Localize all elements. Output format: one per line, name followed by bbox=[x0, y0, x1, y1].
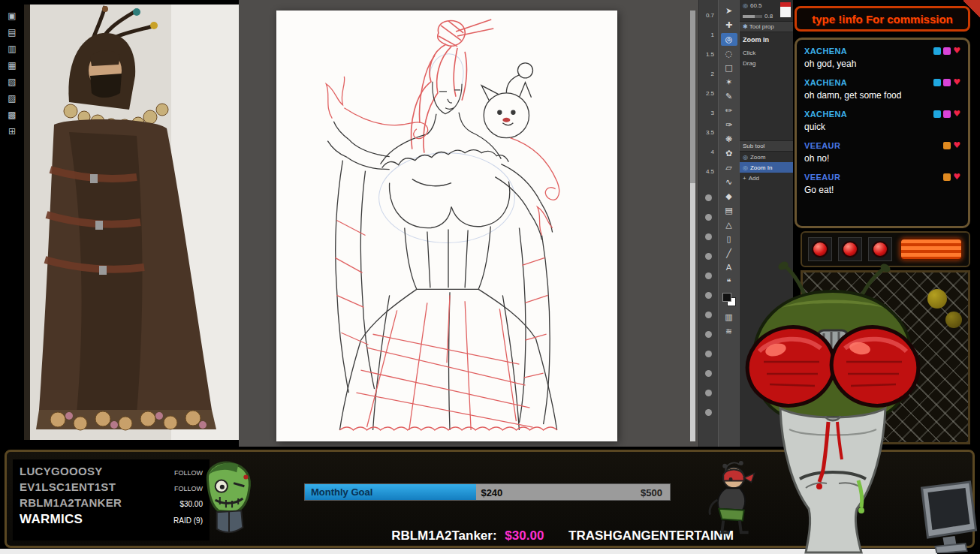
drawing-canvas[interactable] bbox=[276, 11, 617, 441]
pencil-tool-icon[interactable]: ✏ bbox=[721, 104, 737, 117]
foreground-color[interactable] bbox=[722, 293, 731, 302]
zombie-avatar bbox=[198, 457, 260, 543]
badge-pink-icon bbox=[943, 79, 951, 86]
chat-message: XACHENA ♥ quick bbox=[804, 110, 960, 132]
brush-size-item[interactable]: 1 bbox=[699, 26, 718, 45]
chat-message: XACHENA ♥ oh god, yeah bbox=[804, 47, 960, 69]
commission-banner: type !info For commission bbox=[795, 6, 970, 32]
brush-size-dot[interactable] bbox=[705, 253, 712, 260]
red-button[interactable] bbox=[842, 241, 858, 257]
brush-size-dot[interactable] bbox=[705, 351, 712, 357]
subtool-selected[interactable]: ◎Zoom In bbox=[740, 162, 793, 173]
tool-prop-header: Tool prop bbox=[749, 23, 774, 30]
move-tool-icon[interactable]: ✚ bbox=[721, 19, 737, 32]
yellow-ball bbox=[945, 312, 962, 328]
auto-select-tool-icon[interactable]: ✶ bbox=[721, 76, 737, 89]
airbrush-tool-icon[interactable]: ❋ bbox=[721, 133, 737, 146]
fly-mascot bbox=[736, 261, 930, 554]
orange-button[interactable] bbox=[900, 238, 963, 260]
brush-size-dot[interactable] bbox=[705, 370, 712, 377]
badge-blue-icon bbox=[933, 79, 941, 86]
chat-box[interactable]: XACHENA ♥ oh god, yeah XACHENA ♥ oh damn… bbox=[795, 38, 970, 228]
brush-size-dot[interactable] bbox=[705, 390, 712, 396]
brush-size-dot[interactable] bbox=[705, 292, 712, 299]
gradient-tool-icon[interactable]: ▤ bbox=[721, 204, 737, 217]
color-swatch[interactable] bbox=[722, 293, 736, 306]
eraser-tool-icon[interactable]: ▱ bbox=[721, 161, 737, 174]
workspace-panel-icon[interactable]: ▦ bbox=[5, 59, 20, 72]
material-panel-icon[interactable]: ▥ bbox=[721, 311, 737, 324]
tool-option-drag: Drag bbox=[740, 58, 793, 68]
badge-blue-icon bbox=[933, 47, 941, 55]
zoom-tool-icon[interactable]: ◎ bbox=[721, 33, 737, 46]
button-base bbox=[838, 237, 862, 261]
line-tool-icon[interactable]: ╱ bbox=[721, 247, 737, 260]
brush-size-dot[interactable] bbox=[705, 194, 712, 201]
blend-tool-icon[interactable]: ∿ bbox=[721, 176, 737, 188]
brush-size-item[interactable]: 3.5 bbox=[699, 123, 718, 143]
workspace-panel-icon[interactable]: ▥ bbox=[5, 42, 20, 56]
heart-badge-icon: ♥ bbox=[953, 173, 960, 181]
chat-username[interactable]: VEEAUR bbox=[804, 141, 840, 150]
marquee-tool-icon[interactable]: □ bbox=[721, 62, 737, 74]
brush-size-dot[interactable] bbox=[705, 409, 712, 416]
zoom-group-icon: ◎ bbox=[743, 154, 748, 161]
operation-tool-icon[interactable]: ➤ bbox=[721, 5, 737, 17]
chat-username[interactable]: VEEAUR bbox=[804, 173, 840, 182]
brush-tool-icon[interactable]: ✑ bbox=[721, 119, 737, 131]
lasso-tool-icon[interactable]: ◌ bbox=[721, 47, 737, 60]
brush-size-item[interactable]: 3 bbox=[699, 104, 718, 123]
pen-tool-icon[interactable]: ✎ bbox=[721, 90, 737, 103]
decoration-tool-icon[interactable]: ✿ bbox=[721, 147, 737, 160]
goal-label: Monthly Goal bbox=[305, 486, 372, 498]
workspace-panel-icon[interactable]: ▨ bbox=[5, 92, 20, 105]
heart-badge-icon: ♥ bbox=[953, 47, 960, 55]
workspace-panel-icon[interactable]: ▤ bbox=[5, 26, 20, 39]
brush-size-item[interactable]: 1.5 bbox=[699, 45, 718, 65]
brush-size-item[interactable]: 4.5 bbox=[699, 162, 718, 182]
brush-size-dot[interactable] bbox=[705, 214, 712, 221]
tool-title: Zoom In bbox=[740, 32, 793, 47]
brush-size-dot[interactable] bbox=[705, 331, 712, 338]
chat-username[interactable]: XACHENA bbox=[804, 47, 847, 56]
workspace-panel-icon[interactable]: ⊞ bbox=[5, 125, 20, 138]
text-tool-icon[interactable]: A bbox=[721, 261, 737, 274]
brush-size-item[interactable]: 2.5 bbox=[699, 84, 718, 104]
event-row: RBLM1A2TANKER $30.00 bbox=[20, 496, 203, 509]
brush-size-item[interactable]: 0.7 bbox=[699, 6, 718, 26]
tool-option-click: Click bbox=[740, 47, 793, 58]
chat-text: oh damn, get some food bbox=[804, 90, 960, 101]
red-button[interactable] bbox=[872, 241, 888, 257]
value-slider[interactable] bbox=[743, 15, 762, 18]
workspace-panel-icon[interactable]: ▩ bbox=[5, 108, 20, 122]
badge-orange-icon bbox=[943, 173, 951, 181]
zoom-mini-icon: ◎ bbox=[743, 2, 748, 9]
add-subtool-button[interactable]: +Add bbox=[740, 173, 793, 183]
frame-tool-icon[interactable]: ▯ bbox=[721, 233, 737, 245]
event-name: RBLM1A2TANKER bbox=[20, 496, 122, 509]
chat-text: oh no! bbox=[804, 153, 960, 164]
brush-size-dot[interactable] bbox=[705, 233, 712, 240]
chat-username[interactable]: XACHENA bbox=[804, 78, 847, 87]
brush-size-dot[interactable] bbox=[705, 312, 712, 318]
chat-text: Go eat! bbox=[804, 185, 960, 195]
goal-target: $500 bbox=[641, 486, 662, 498]
timeline-panel-icon[interactable]: ≋ bbox=[721, 325, 737, 338]
document-thumbnail[interactable] bbox=[780, 2, 791, 17]
brush-size-dot[interactable] bbox=[705, 272, 712, 279]
figure-tool-icon[interactable]: △ bbox=[721, 218, 737, 231]
canvas-scrollbar[interactable] bbox=[690, 11, 695, 441]
subtool-header: Sub tool bbox=[743, 143, 764, 149]
fill-tool-icon[interactable]: ◆ bbox=[721, 190, 737, 203]
workspace-panel-icon[interactable]: ▣ bbox=[5, 9, 20, 23]
balloon-tool-icon[interactable]: ❝ bbox=[721, 275, 737, 288]
goal-fill: Monthly Goal bbox=[305, 484, 476, 500]
chat-username[interactable]: XACHENA bbox=[804, 110, 847, 119]
brush-size-item[interactable]: 4 bbox=[699, 143, 718, 162]
scrollbar-thumb[interactable] bbox=[690, 11, 695, 183]
heart-badge-icon: ♥ bbox=[953, 79, 960, 86]
red-button[interactable] bbox=[812, 241, 828, 257]
goal-bar: Monthly Goal $240 $500 bbox=[304, 483, 671, 501]
workspace-panel-icon[interactable]: ▧ bbox=[5, 75, 20, 89]
brush-size-item[interactable]: 2 bbox=[699, 65, 718, 84]
